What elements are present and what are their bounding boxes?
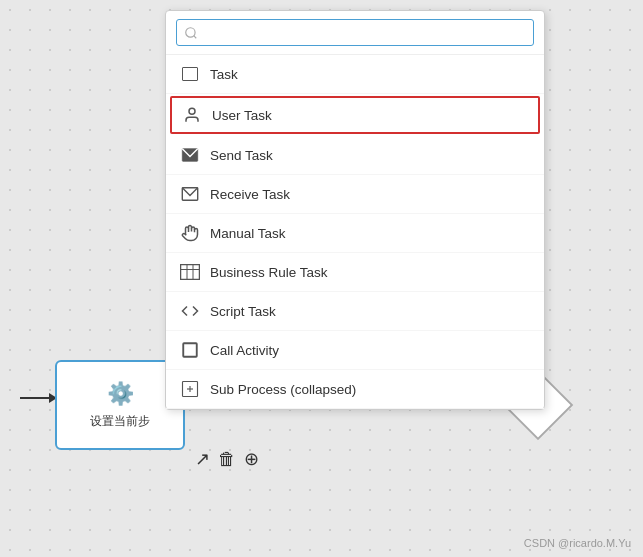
node-icon: ⚙️ (107, 381, 134, 407)
svg-rect-3 (181, 265, 200, 280)
menu-item-send-task[interactable]: Send Task (166, 136, 544, 175)
script-task-icon (180, 301, 200, 321)
sub-process-icon (180, 379, 200, 399)
task-label: Task (210, 67, 238, 82)
delete-icon[interactable]: 🗑 (218, 449, 236, 470)
svg-rect-7 (183, 343, 197, 357)
search-input[interactable] (176, 19, 534, 46)
add-icon[interactable]: ⊕ (244, 448, 259, 470)
connection-arrow (20, 397, 56, 399)
toolbar: ↗ 🗑 ⊕ (195, 448, 259, 470)
business-rule-icon (180, 262, 200, 282)
call-activity-label: Call Activity (210, 343, 279, 358)
watermark: CSDN @ricardo.M.Yu (524, 537, 631, 549)
menu-item-user-task[interactable]: User Task (170, 96, 540, 134)
sub-process-label: Sub Process (collapsed) (210, 382, 356, 397)
task-type-dropdown: Task User Task (165, 10, 545, 410)
menu-list: Task User Task (166, 55, 544, 409)
manual-task-icon (180, 223, 200, 243)
svg-point-0 (189, 108, 195, 114)
menu-item-manual-task[interactable]: Manual Task (166, 214, 544, 253)
task-icon (180, 64, 200, 84)
script-task-label: Script Task (210, 304, 276, 319)
receive-task-icon (180, 184, 200, 204)
manual-task-label: Manual Task (210, 226, 286, 241)
menu-item-business-rule[interactable]: Business Rule Task (166, 253, 544, 292)
business-rule-label: Business Rule Task (210, 265, 328, 280)
canvas: ⚙️ 设置当前步 ↗ 🗑 ⊕ Task (0, 0, 643, 557)
menu-item-script-task[interactable]: Script Task (166, 292, 544, 331)
arrow-icon[interactable]: ↗ (195, 448, 210, 470)
menu-item-receive-task[interactable]: Receive Task (166, 175, 544, 214)
menu-item-call-activity[interactable]: Call Activity (166, 331, 544, 370)
user-task-label: User Task (212, 108, 272, 123)
search-box (166, 11, 544, 55)
call-activity-icon (180, 340, 200, 360)
menu-item-task[interactable]: Task (166, 55, 544, 94)
node-label: 设置当前步 (90, 413, 150, 430)
receive-task-label: Receive Task (210, 187, 290, 202)
user-task-icon (182, 105, 202, 125)
menu-item-sub-process[interactable]: Sub Process (collapsed) (166, 370, 544, 409)
send-task-icon (180, 145, 200, 165)
send-task-label: Send Task (210, 148, 273, 163)
